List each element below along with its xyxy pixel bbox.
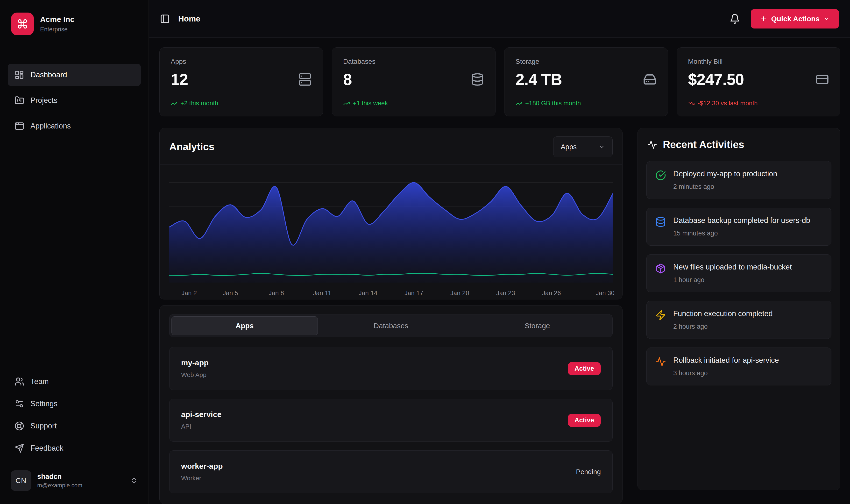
stat-delta: +2 this month — [171, 100, 312, 107]
database-icon — [471, 73, 484, 86]
main-area: Home Quick Actions Apps — [149, 0, 850, 504]
hard-drive-icon — [643, 73, 656, 86]
stat-card-apps: Apps 12 +2 this month — [159, 47, 323, 116]
analytics-card: Analytics Apps Jan 2Jan 5Jan 8Jan 11Ja — [159, 128, 622, 300]
stat-value: 8 — [343, 70, 352, 89]
area-chart — [169, 172, 613, 283]
activity-time: 3 hours ago — [673, 370, 779, 377]
activity-item[interactable]: Rollback initiated for api-service 3 hou… — [647, 347, 831, 385]
user-menu[interactable]: CN shadcn m@example.com — [8, 468, 141, 493]
stat-delta: +1 this week — [343, 100, 484, 107]
activity-time: 1 hour ago — [673, 276, 792, 284]
x-tick-label: Jan 11 — [313, 289, 331, 297]
tab-storage[interactable]: Storage — [464, 316, 611, 335]
sidebar-item-feedback[interactable]: Feedback — [8, 438, 141, 458]
user-name: shadcn — [37, 473, 82, 481]
activities-title: Recent Activities — [663, 139, 744, 150]
sidebar-item-applications[interactable]: Applications — [8, 115, 141, 137]
activity-title: Database backup completed for users-db — [673, 216, 810, 225]
plus-icon — [760, 15, 767, 22]
credit-card-icon — [815, 73, 829, 86]
activity-item[interactable]: Deployed my-app to production 2 minutes … — [647, 161, 831, 199]
x-tick-label: Jan 20 — [450, 289, 469, 297]
activity-time: 15 minutes ago — [673, 230, 810, 237]
stat-value: 12 — [171, 70, 188, 89]
quick-actions-label: Quick Actions — [771, 15, 819, 23]
sidebar-item-label: Dashboard — [31, 71, 67, 79]
activity-icon — [655, 357, 666, 377]
folder-kanban-icon — [15, 96, 24, 105]
org-switcher[interactable]: Acme Inc Enterprise — [8, 13, 141, 35]
activities-list: Deployed my-app to production 2 minutes … — [647, 161, 831, 385]
org-plan: Enterprise — [40, 26, 74, 33]
stat-delta: +180 GB this month — [516, 100, 656, 107]
resource-type: API — [181, 423, 221, 430]
resource-row-my-app[interactable]: my-app Web App Active — [169, 347, 613, 390]
sidebar-nav: Dashboard Projects Applications — [8, 64, 141, 137]
trending-down-icon — [688, 100, 695, 107]
sidebar-item-projects[interactable]: Projects — [8, 89, 141, 112]
users-icon — [15, 377, 24, 386]
resource-name: my-app — [181, 358, 209, 367]
tab-databases[interactable]: Databases — [318, 316, 464, 335]
x-tick-label: Jan 17 — [404, 289, 423, 297]
activity-title: New files uploaded to media-bucket — [673, 263, 792, 271]
status-badge: Active — [568, 362, 601, 375]
resource-name: worker-app — [181, 462, 223, 471]
resource-row-api-service[interactable]: api-service API Active — [169, 399, 613, 442]
stat-label: Monthly Bill — [688, 58, 723, 66]
sidebar-toggle-button[interactable] — [160, 14, 170, 24]
recent-activities-card: Recent Activities Deployed my-app to pro… — [637, 128, 840, 490]
analytics-filter-select[interactable]: Apps — [553, 137, 613, 157]
notifications-button[interactable] — [729, 14, 740, 24]
resources-tablist: Apps Databases Storage — [169, 314, 613, 337]
sidebar-item-label: Support — [31, 422, 57, 430]
resource-name: api-service — [181, 410, 221, 419]
activity-item[interactable]: New files uploaded to media-bucket 1 hou… — [647, 254, 831, 292]
x-tick-label: Jan 26 — [542, 289, 561, 297]
stat-value: 2.4 TB — [516, 70, 562, 89]
x-tick-label: Jan 23 — [496, 289, 515, 297]
activity-time: 2 hours ago — [673, 323, 773, 330]
activity-title: Deployed my-app to production — [673, 169, 777, 178]
bell-icon — [729, 14, 740, 24]
resources-card: Apps Databases Storage my-app Web App Ac… — [159, 305, 622, 504]
sidebar: Acme Inc Enterprise Dashboard Projects A… — [0, 0, 149, 504]
stat-delta: -$12.30 vs last month — [688, 100, 829, 107]
trending-up-icon — [516, 100, 522, 107]
circle-check-icon — [655, 170, 666, 191]
x-tick-label: Jan 5 — [223, 289, 238, 297]
stats-row: Apps 12 +2 this month Databases 8 — [159, 47, 840, 116]
status-text: Pending — [576, 468, 601, 476]
stat-label: Databases — [343, 58, 376, 66]
package-icon — [655, 263, 666, 284]
chevron-down-icon — [824, 16, 830, 22]
activity-title: Rollback initiated for api-service — [673, 356, 779, 365]
sidebar-item-team[interactable]: Team — [8, 372, 141, 392]
quick-actions-button[interactable]: Quick Actions — [751, 9, 839, 29]
x-tick-label: Jan 2 — [182, 289, 197, 297]
send-icon — [15, 444, 24, 453]
x-tick-label: Jan 14 — [359, 289, 377, 297]
database-icon — [655, 217, 666, 237]
sidebar-item-support[interactable]: Support — [8, 416, 141, 436]
select-value: Apps — [561, 143, 577, 151]
sidebar-item-dashboard[interactable]: Dashboard — [8, 64, 141, 86]
resource-row-worker-app[interactable]: worker-app Worker Pending — [169, 450, 613, 493]
chart-x-axis: Jan 2Jan 5Jan 8Jan 11Jan 14Jan 17Jan 20J… — [169, 287, 613, 302]
tab-apps[interactable]: Apps — [171, 316, 318, 335]
stat-value: $247.50 — [688, 70, 744, 89]
life-buoy-icon — [15, 421, 24, 431]
app-window-icon — [15, 121, 24, 131]
activity-item[interactable]: Database backup completed for users-db 1… — [647, 208, 831, 246]
sidebar-item-label: Projects — [31, 96, 57, 105]
activity-item[interactable]: Function execution completed 2 hours ago — [647, 301, 831, 339]
sidebar-item-label: Team — [31, 377, 49, 386]
analytics-title: Analytics — [169, 141, 214, 152]
sidebar-item-settings[interactable]: Settings — [8, 394, 141, 414]
command-icon — [11, 13, 34, 35]
sidebar-item-label: Applications — [31, 122, 71, 130]
avatar: CN — [11, 470, 31, 491]
stat-card-databases: Databases 8 +1 this week — [332, 47, 495, 116]
resource-type: Worker — [181, 474, 223, 482]
